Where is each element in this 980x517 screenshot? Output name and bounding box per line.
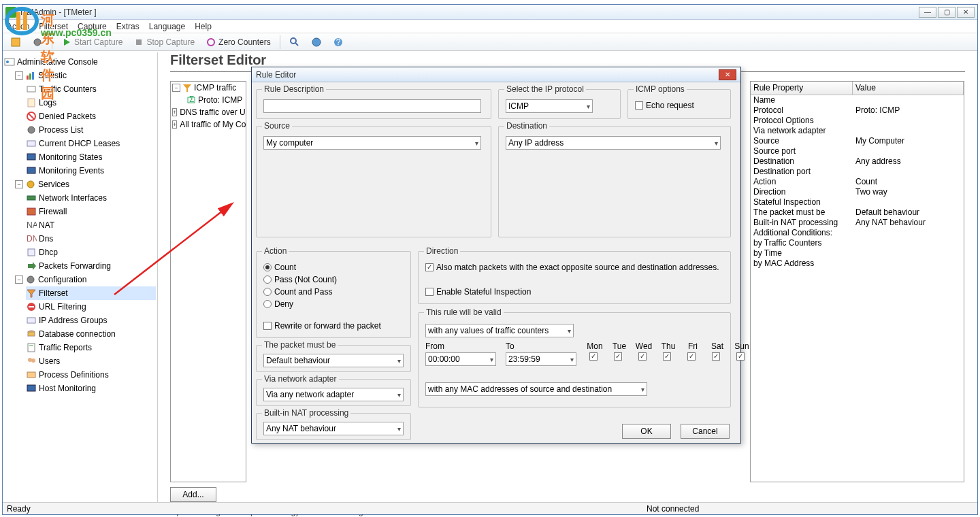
- prop-row[interactable]: by MAC Address: [751, 258, 964, 269]
- tree-statistic[interactable]: −Statistic: [15, 69, 156, 82]
- minimize-button[interactable]: —: [919, 7, 936, 18]
- tree-nat[interactable]: NATNAT: [26, 218, 156, 232]
- add-button[interactable]: Add...: [170, 487, 216, 502]
- tree-ip-groups[interactable]: IP Address Groups: [26, 314, 156, 327]
- stop-capture-button[interactable]: Stop Capture: [130, 35, 198, 49]
- expand-icon[interactable]: +: [172, 108, 177, 116]
- ft-row-icmp[interactable]: −ICMP traffic: [171, 82, 246, 94]
- action-countpass-radio[interactable]: [263, 288, 272, 296]
- ft-row-proto[interactable]: ΣProto: ICMP: [171, 94, 246, 106]
- action-pass-radio[interactable]: [263, 276, 272, 284]
- tree-packets-forwarding[interactable]: Packets Forwarding: [26, 259, 156, 273]
- nat-combo[interactable]: Any NAT behaviour: [263, 422, 404, 435]
- traffic-counter-combo[interactable]: with any values of traffic counters: [425, 324, 574, 337]
- menu-capture[interactable]: Capture: [78, 22, 107, 31]
- day-fri-checkbox[interactable]: [687, 352, 696, 361]
- prop-h2[interactable]: Value: [853, 82, 964, 95]
- prop-row[interactable]: ActionCount: [751, 177, 964, 187]
- collapse-icon[interactable]: −: [15, 276, 23, 284]
- rewrite-checkbox[interactable]: [263, 322, 272, 330]
- stateful-checkbox[interactable]: [425, 288, 434, 296]
- collapse-icon[interactable]: −: [15, 71, 23, 80]
- direction-match-checkbox[interactable]: [425, 263, 434, 271]
- tree-process-list[interactable]: Process List: [26, 123, 156, 137]
- protocol-combo[interactable]: ICMP: [506, 99, 593, 113]
- dialog-title-bar[interactable]: Rule Editor ✕: [252, 67, 740, 82]
- prop-h1[interactable]: Rule Property: [751, 82, 853, 95]
- dialog-cancel-button[interactable]: Cancel: [681, 424, 730, 439]
- prop-row[interactable]: Source port: [751, 146, 964, 156]
- tree-logs[interactable]: Logs: [26, 96, 156, 110]
- tb-help[interactable]: ?: [329, 35, 347, 49]
- prop-row[interactable]: Name: [751, 95, 964, 105]
- tree-configuration[interactable]: −Configuration: [15, 273, 156, 286]
- prop-row[interactable]: by Time: [751, 248, 964, 258]
- tb-globe[interactable]: [308, 35, 325, 49]
- tree-network-interfaces[interactable]: Network Interfaces: [26, 191, 156, 205]
- expand-icon[interactable]: +: [172, 120, 177, 129]
- prop-row[interactable]: Additional Conditions:: [751, 228, 964, 238]
- prop-row[interactable]: DestinationAny address: [751, 156, 964, 167]
- prop-row[interactable]: by Traffic Counters: [751, 238, 964, 248]
- tree-process-definitions[interactable]: Process Definitions: [26, 368, 156, 382]
- filter-tree[interactable]: −ICMP traffic ΣProto: ICMP +DNS traffic …: [170, 81, 246, 482]
- collapse-icon[interactable]: −: [172, 84, 180, 92]
- prop-row[interactable]: SourceMy Computer: [751, 136, 964, 146]
- day-tue-checkbox[interactable]: [614, 352, 622, 361]
- tree-host-monitoring[interactable]: Host Monitoring: [26, 382, 156, 395]
- ok-button[interactable]: OK: [622, 424, 671, 439]
- source-combo[interactable]: My computer: [263, 136, 481, 150]
- tree-denied-packets[interactable]: Denied Packets: [26, 110, 156, 123]
- prop-row[interactable]: The packet must beDefault behaviour: [751, 207, 964, 218]
- echo-request-checkbox[interactable]: [635, 101, 643, 110]
- rule-description-input[interactable]: [263, 99, 481, 113]
- tree-root[interactable]: Administative Console: [4, 55, 156, 69]
- day-wed-checkbox[interactable]: [638, 352, 647, 361]
- from-time-combo[interactable]: 00:00:00: [425, 352, 496, 366]
- prop-row[interactable]: Protocol Options: [751, 116, 964, 126]
- tree-dns[interactable]: DNSDns: [26, 232, 156, 246]
- menu-language[interactable]: Language: [149, 22, 185, 31]
- prop-row[interactable]: DirectionTwo way: [751, 187, 964, 197]
- action-deny-radio[interactable]: [263, 300, 272, 308]
- menu-extras[interactable]: Extras: [116, 22, 140, 31]
- tree-filterset[interactable]: Filterset: [26, 286, 156, 300]
- prop-row[interactable]: ProtocolProto: ICMP: [751, 105, 964, 116]
- tree-users[interactable]: Users: [26, 354, 156, 368]
- dialog-close-button[interactable]: ✕: [719, 69, 736, 80]
- tree-services[interactable]: −Services: [15, 178, 156, 191]
- close-button[interactable]: ✕: [957, 7, 975, 18]
- menu-action[interactable]: Action: [7, 22, 29, 31]
- zero-counters-button[interactable]: Zero Counters: [202, 35, 274, 49]
- ft-row-all[interactable]: +All traffic of My Computer: [171, 118, 246, 131]
- prop-row[interactable]: Built-in NAT processingAny NAT behaviour: [751, 218, 964, 228]
- prop-row[interactable]: Stateful Inspection: [751, 197, 964, 207]
- tb-search[interactable]: [286, 35, 304, 49]
- destination-combo[interactable]: Any IP address: [506, 136, 721, 150]
- tree-db-connection[interactable]: Database connection: [26, 327, 156, 341]
- prop-row[interactable]: Via network adapter: [751, 126, 964, 136]
- tb-settings[interactable]: [29, 35, 46, 49]
- day-mon-checkbox[interactable]: [589, 352, 598, 361]
- start-capture-button[interactable]: Start Capture: [58, 35, 126, 49]
- tree-dhcp[interactable]: Dhcp: [26, 246, 156, 259]
- to-time-combo[interactable]: 23:59:59: [506, 352, 576, 366]
- menu-filterset[interactable]: Filterset: [39, 22, 68, 31]
- maximize-button[interactable]: ▢: [938, 7, 956, 18]
- tree-url-filtering[interactable]: URL Filtering: [26, 300, 156, 314]
- ft-row-dns[interactable]: +DNS traffic over UDP: [171, 106, 246, 118]
- tree-dhcp-leases[interactable]: Current DHCP Leases: [26, 137, 156, 150]
- adapter-combo[interactable]: Via any network adapter: [263, 388, 404, 401]
- tree-traffic-reports[interactable]: Traffic Reports: [26, 341, 156, 354]
- tree-monitoring-states[interactable]: Monitoring States: [26, 150, 156, 164]
- packet-combo[interactable]: Default behaviour: [263, 354, 404, 367]
- prop-row[interactable]: Destination port: [751, 167, 964, 177]
- menu-help[interactable]: Help: [195, 22, 212, 31]
- day-sun-checkbox[interactable]: [736, 352, 745, 361]
- tree-firewall[interactable]: Firewall: [26, 205, 156, 218]
- tree-monitoring-events[interactable]: Monitoring Events: [26, 164, 156, 178]
- day-sat-checkbox[interactable]: [712, 352, 720, 361]
- day-thu-checkbox[interactable]: [663, 352, 671, 361]
- collapse-icon[interactable]: −: [15, 180, 23, 188]
- action-count-radio[interactable]: [263, 263, 272, 271]
